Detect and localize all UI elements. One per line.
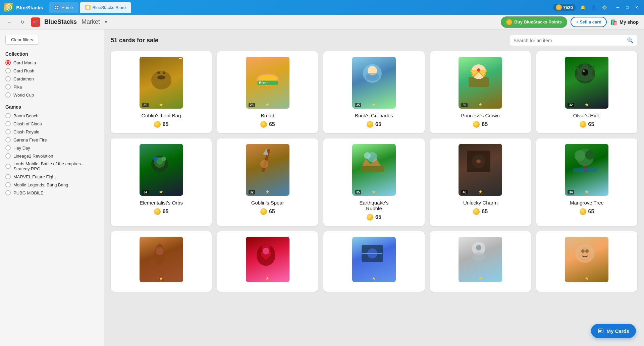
card-name-7: Goblin's Spear (251, 200, 284, 206)
tab-home[interactable]: Home (49, 2, 78, 13)
my-cards-button[interactable]: My Cards (591, 324, 636, 338)
collection-cardathon[interactable]: Cardathon (5, 76, 98, 81)
card-star-11: ★ (159, 276, 163, 281)
card-name-3: Brick's Grenades (355, 113, 393, 118)
games-filter: Games Boom Beach Clash of Clans Clash Ro… (5, 104, 98, 195)
radio-card-mania (5, 60, 11, 65)
card-unlucky-charm[interactable]: 40 ★ Unlucky Charm 65 (430, 138, 531, 226)
card-name-9: Unlucky Charm (463, 200, 498, 206)
card-star-14: ★ (478, 276, 483, 281)
collection-pika[interactable]: Pika (5, 84, 98, 90)
game-boom-beach[interactable]: Boom Beach (5, 113, 98, 118)
price-value-4: 65 (482, 121, 488, 127)
minimize-button[interactable]: ─ (614, 4, 621, 11)
radio-pika (5, 84, 11, 90)
card-level-5: 32 (568, 103, 574, 107)
card-bottom-3[interactable]: ★ (323, 231, 424, 292)
notification-icon[interactable]: 🔔 (580, 4, 586, 11)
svg-rect-5 (57, 8, 58, 9)
card-level-6: 34 (142, 190, 149, 194)
card-name-2: Bread (261, 113, 274, 118)
card-image-12: ★ (246, 237, 289, 282)
game-marvel-future-fight[interactable]: MARVEL Future Fight (5, 174, 98, 179)
market-dropdown-arrow[interactable]: ▼ (104, 20, 108, 24)
svg-point-47 (263, 248, 269, 254)
collection-card-mania[interactable]: Card Mania (5, 60, 98, 65)
card-star-12: ★ (265, 276, 270, 281)
price-coin-2 (260, 121, 267, 128)
card-goblins-loot-bag[interactable]: 35 ★ Goblin's Loot Bag 65 (111, 51, 212, 133)
card-image-7: 32 ★ (246, 144, 289, 196)
radio-lineage2 (5, 153, 11, 159)
card-star-10: ★ (585, 189, 589, 194)
card-price-3: 65 (367, 121, 381, 128)
card-mangrove-tree[interactable]: 34 ★ Mangrove Tree 65 (536, 138, 637, 226)
game-clash-of-clans[interactable]: Clash of Clans (5, 121, 98, 126)
collection-heading: Collection (5, 51, 98, 57)
my-shop-button[interactable]: 🛍️ My shop (610, 18, 639, 26)
card-bricks-grenades[interactable]: 35 ★ Brick's Grenades 65 (323, 51, 424, 133)
card-badge-1 (179, 58, 182, 59)
svg-rect-3 (57, 6, 58, 7)
collection-world-cup[interactable]: World Cup (5, 92, 98, 98)
brand-name: BlueStacks (16, 5, 43, 10)
price-value-9: 65 (482, 209, 488, 215)
search-input[interactable] (514, 38, 627, 43)
game-lords-mobile[interactable]: Lords Mobile: Battle of the empires - St… (5, 161, 98, 171)
collection-filter: Collection Card Mania Card Rush Cardatho… (5, 51, 98, 98)
svg-rect-43 (573, 168, 597, 172)
svg-rect-59 (599, 331, 601, 332)
settings-icon[interactable]: ⚙️ (601, 4, 608, 11)
svg-point-42 (585, 150, 595, 160)
card-bottom-2[interactable]: ★ (217, 231, 318, 292)
card-elementalists-orbs[interactable]: 34 ★ Elementalist's Orbs 65 (111, 138, 212, 226)
game-mobile-legends[interactable]: Mobile Legends: Bang Bang (5, 182, 98, 187)
card-star-6: ★ (159, 189, 163, 194)
buy-points-label: Buy BlueStacks Points (514, 19, 562, 24)
card-bottom-5[interactable]: ★ (536, 231, 637, 292)
game-pubg-mobile[interactable]: PUBG MOBILE (5, 190, 98, 195)
buy-points-button[interactable]: Buy BlueStacks Points (501, 16, 567, 28)
close-button[interactable]: ✕ (633, 4, 640, 11)
price-coin-10 (580, 208, 586, 215)
tab-store-label: BlueStacks Store (93, 5, 126, 10)
svg-point-28 (161, 157, 166, 161)
collection-card-rush[interactable]: Card Rush (5, 68, 98, 73)
game-garena-free-fire[interactable]: Garena Free Fire (5, 137, 98, 142)
card-image-5: 32 ★ (565, 57, 608, 109)
card-bread[interactable]: Bread 28 ★ Bread 65 (217, 51, 318, 133)
points-value: 7520 (563, 5, 573, 10)
title-bar: BlueStacks Home BlueStacks Store 7520 🔔 … (0, 0, 644, 15)
card-bottom-4[interactable]: ★ (430, 231, 531, 292)
card-level-8: 35 (355, 190, 361, 194)
tab-store[interactable]: BlueStacks Store (80, 2, 131, 13)
card-star-3: ★ (372, 102, 376, 107)
back-button[interactable]: ← (5, 18, 14, 26)
tab-home-label: Home (61, 5, 73, 10)
price-coin-4 (473, 121, 480, 128)
card-earthquake-rubble[interactable]: 35 ★ Earthquake'sRubble 65 (323, 138, 424, 226)
card-star-8: ★ (372, 189, 376, 194)
card-bottom-1[interactable]: ★ (111, 231, 212, 292)
card-olvar-hide[interactable]: 32 ★ Olvar's Hide 65 (536, 51, 637, 133)
price-coin-8 (367, 214, 373, 221)
search-button[interactable]: 🔍 (627, 37, 634, 44)
game-clash-royale[interactable]: Clash Royale (5, 129, 98, 134)
svg-point-41 (575, 150, 585, 161)
card-goblins-spear[interactable]: 32 ★ Goblin's Spear 65 (217, 138, 318, 226)
card-princess-crown[interactable]: 39 ★ Princess's Crown 65 (430, 51, 531, 133)
game-hay-day[interactable]: Hay Day (5, 145, 98, 151)
price-value-5: 65 (588, 121, 594, 127)
svg-rect-58 (599, 330, 602, 331)
profile-icon[interactable]: 👤 (590, 4, 597, 11)
market-title-text: Market (82, 18, 100, 25)
coin-icon (556, 4, 562, 10)
radio-cardathon (5, 76, 11, 81)
refresh-button[interactable]: ↻ (18, 18, 27, 26)
radio-card-rush (5, 68, 11, 73)
sell-card-button[interactable]: + Sell a card (571, 17, 607, 27)
clear-filters-button[interactable]: Clear filters (5, 35, 39, 45)
game-lineage2[interactable]: Lineage2 Revolution (5, 153, 98, 159)
card-image-13: ★ (352, 237, 396, 282)
maximize-button[interactable]: □ (624, 4, 631, 11)
